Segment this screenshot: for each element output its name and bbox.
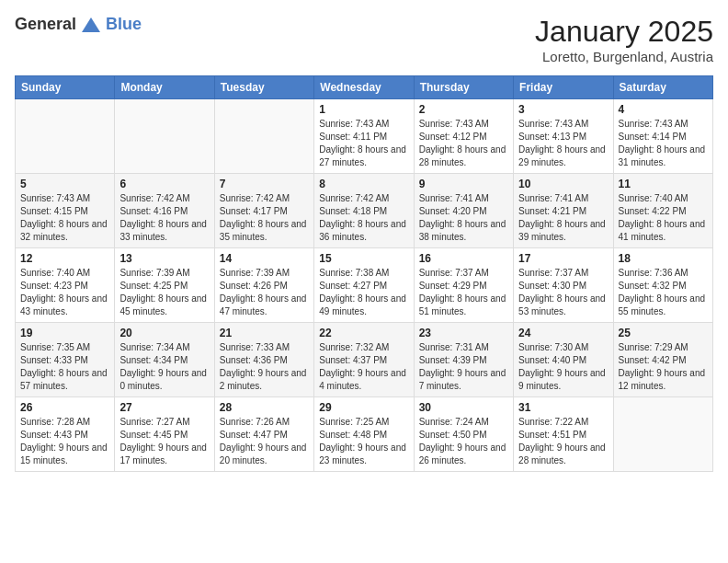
calendar-cell: 4Sunrise: 7:43 AM Sunset: 4:14 PM Daylig… bbox=[613, 99, 712, 174]
day-header-tuesday: Tuesday bbox=[214, 76, 313, 99]
logo-general: General bbox=[15, 15, 76, 34]
calendar-cell: 20Sunrise: 7:34 AM Sunset: 4:34 PM Dayli… bbox=[115, 323, 214, 397]
day-number: 9 bbox=[419, 178, 508, 190]
calendar-cell: 31Sunrise: 7:22 AM Sunset: 4:51 PM Dayli… bbox=[514, 397, 613, 472]
day-number: 13 bbox=[119, 252, 209, 265]
day-number: 3 bbox=[518, 103, 608, 116]
day-number: 7 bbox=[220, 178, 309, 190]
day-header-saturday: Saturday bbox=[613, 76, 712, 99]
day-info: Sunrise: 7:28 AM Sunset: 4:43 PM Dayligh… bbox=[20, 416, 109, 467]
calendar-cell: 13Sunrise: 7:39 AM Sunset: 4:25 PM Dayli… bbox=[115, 248, 214, 323]
day-number: 22 bbox=[319, 327, 408, 339]
day-info: Sunrise: 7:41 AM Sunset: 4:21 PM Dayligh… bbox=[518, 192, 608, 244]
day-info: Sunrise: 7:42 AM Sunset: 4:17 PM Dayligh… bbox=[220, 192, 309, 244]
day-info: Sunrise: 7:43 AM Sunset: 4:11 PM Dayligh… bbox=[319, 118, 408, 169]
day-info: Sunrise: 7:43 AM Sunset: 4:13 PM Dayligh… bbox=[518, 118, 608, 169]
day-info: Sunrise: 7:43 AM Sunset: 4:15 PM Dayligh… bbox=[20, 192, 109, 244]
calendar-cell: 9Sunrise: 7:41 AM Sunset: 4:20 PM Daylig… bbox=[414, 174, 513, 248]
calendar-cell bbox=[613, 397, 712, 472]
svg-marker-0 bbox=[82, 17, 100, 32]
day-number: 20 bbox=[119, 327, 209, 339]
day-info: Sunrise: 7:32 AM Sunset: 4:37 PM Dayligh… bbox=[319, 341, 408, 393]
day-info: Sunrise: 7:24 AM Sunset: 4:50 PM Dayligh… bbox=[419, 416, 508, 467]
day-info: Sunrise: 7:25 AM Sunset: 4:48 PM Dayligh… bbox=[319, 416, 408, 467]
calendar-cell: 5Sunrise: 7:43 AM Sunset: 4:15 PM Daylig… bbox=[16, 174, 115, 248]
calendar-cell: 17Sunrise: 7:37 AM Sunset: 4:30 PM Dayli… bbox=[514, 248, 613, 323]
calendar-cell: 3Sunrise: 7:43 AM Sunset: 4:13 PM Daylig… bbox=[514, 99, 613, 174]
day-number: 5 bbox=[20, 178, 109, 190]
calendar-cell: 24Sunrise: 7:30 AM Sunset: 4:40 PM Dayli… bbox=[514, 323, 613, 397]
title-block: January 2025 Loretto, Burgenland, Austri… bbox=[535, 15, 713, 64]
calendar-cell: 15Sunrise: 7:38 AM Sunset: 4:27 PM Dayli… bbox=[314, 248, 414, 323]
calendar-cell: 10Sunrise: 7:41 AM Sunset: 4:21 PM Dayli… bbox=[514, 174, 613, 248]
day-info: Sunrise: 7:40 AM Sunset: 4:22 PM Dayligh… bbox=[619, 192, 708, 244]
day-info: Sunrise: 7:40 AM Sunset: 4:23 PM Dayligh… bbox=[20, 267, 109, 318]
day-number: 1 bbox=[319, 103, 408, 116]
day-number: 11 bbox=[619, 178, 708, 190]
calendar-cell: 12Sunrise: 7:40 AM Sunset: 4:23 PM Dayli… bbox=[16, 248, 115, 323]
day-info: Sunrise: 7:35 AM Sunset: 4:33 PM Dayligh… bbox=[20, 341, 109, 393]
day-info: Sunrise: 7:43 AM Sunset: 4:12 PM Dayligh… bbox=[419, 118, 508, 169]
day-info: Sunrise: 7:42 AM Sunset: 4:16 PM Dayligh… bbox=[119, 192, 209, 244]
calendar-cell: 7Sunrise: 7:42 AM Sunset: 4:17 PM Daylig… bbox=[214, 174, 313, 248]
calendar-cell: 23Sunrise: 7:31 AM Sunset: 4:39 PM Dayli… bbox=[414, 323, 513, 397]
day-header-sunday: Sunday bbox=[16, 76, 115, 99]
calendar-cell: 30Sunrise: 7:24 AM Sunset: 4:50 PM Dayli… bbox=[414, 397, 513, 472]
day-info: Sunrise: 7:37 AM Sunset: 4:30 PM Dayligh… bbox=[518, 267, 608, 318]
day-number: 31 bbox=[518, 401, 608, 414]
calendar-cell: 26Sunrise: 7:28 AM Sunset: 4:43 PM Dayli… bbox=[16, 397, 115, 472]
calendar-cell bbox=[115, 99, 214, 174]
day-number: 21 bbox=[220, 327, 309, 339]
day-info: Sunrise: 7:26 AM Sunset: 4:47 PM Dayligh… bbox=[220, 416, 309, 467]
calendar-cell: 11Sunrise: 7:40 AM Sunset: 4:22 PM Dayli… bbox=[613, 174, 712, 248]
calendar-cell: 19Sunrise: 7:35 AM Sunset: 4:33 PM Dayli… bbox=[16, 323, 115, 397]
calendar-week-5: 26Sunrise: 7:28 AM Sunset: 4:43 PM Dayli… bbox=[16, 397, 713, 472]
day-number: 8 bbox=[319, 178, 408, 190]
calendar-cell: 28Sunrise: 7:26 AM Sunset: 4:47 PM Dayli… bbox=[214, 397, 313, 472]
day-header-friday: Friday bbox=[514, 76, 613, 99]
day-number: 27 bbox=[119, 401, 209, 414]
day-info: Sunrise: 7:30 AM Sunset: 4:40 PM Dayligh… bbox=[518, 341, 608, 393]
day-number: 23 bbox=[419, 327, 508, 339]
day-info: Sunrise: 7:33 AM Sunset: 4:36 PM Dayligh… bbox=[220, 341, 309, 393]
calendar-cell: 21Sunrise: 7:33 AM Sunset: 4:36 PM Dayli… bbox=[214, 323, 313, 397]
month-title: January 2025 bbox=[535, 15, 713, 49]
day-info: Sunrise: 7:43 AM Sunset: 4:14 PM Dayligh… bbox=[619, 118, 708, 169]
calendar-cell: 25Sunrise: 7:29 AM Sunset: 4:42 PM Dayli… bbox=[613, 323, 712, 397]
day-number: 4 bbox=[619, 103, 708, 116]
day-number: 12 bbox=[20, 252, 109, 265]
calendar-cell: 18Sunrise: 7:36 AM Sunset: 4:32 PM Dayli… bbox=[613, 248, 712, 323]
location-title: Loretto, Burgenland, Austria bbox=[535, 49, 713, 64]
calendar-cell: 22Sunrise: 7:32 AM Sunset: 4:37 PM Dayli… bbox=[314, 323, 414, 397]
calendar-week-3: 12Sunrise: 7:40 AM Sunset: 4:23 PM Dayli… bbox=[16, 248, 713, 323]
day-number: 28 bbox=[220, 401, 309, 414]
day-header-wednesday: Wednesday bbox=[314, 76, 414, 99]
page-header: General Blue January 2025 Loretto, Burge… bbox=[15, 15, 713, 64]
logo: General Blue bbox=[15, 15, 142, 34]
day-number: 29 bbox=[319, 401, 408, 414]
calendar-cell: 16Sunrise: 7:37 AM Sunset: 4:29 PM Dayli… bbox=[414, 248, 513, 323]
calendar-cell: 27Sunrise: 7:27 AM Sunset: 4:45 PM Dayli… bbox=[115, 397, 214, 472]
day-number: 10 bbox=[518, 178, 608, 190]
day-number: 30 bbox=[419, 401, 508, 414]
day-number: 25 bbox=[619, 327, 708, 339]
day-info: Sunrise: 7:34 AM Sunset: 4:34 PM Dayligh… bbox=[119, 341, 209, 393]
day-info: Sunrise: 7:37 AM Sunset: 4:29 PM Dayligh… bbox=[419, 267, 508, 318]
calendar-table: SundayMondayTuesdayWednesdayThursdayFrid… bbox=[15, 75, 713, 472]
calendar-cell bbox=[16, 99, 115, 174]
calendar-cell: 6Sunrise: 7:42 AM Sunset: 4:16 PM Daylig… bbox=[115, 174, 214, 248]
day-info: Sunrise: 7:41 AM Sunset: 4:20 PM Dayligh… bbox=[419, 192, 508, 244]
calendar-cell: 29Sunrise: 7:25 AM Sunset: 4:48 PM Dayli… bbox=[314, 397, 414, 472]
day-info: Sunrise: 7:29 AM Sunset: 4:42 PM Dayligh… bbox=[619, 341, 708, 393]
day-info: Sunrise: 7:42 AM Sunset: 4:18 PM Dayligh… bbox=[319, 192, 408, 244]
day-info: Sunrise: 7:39 AM Sunset: 4:25 PM Dayligh… bbox=[119, 267, 209, 318]
day-info: Sunrise: 7:31 AM Sunset: 4:39 PM Dayligh… bbox=[419, 341, 508, 393]
calendar-cell bbox=[214, 99, 313, 174]
day-header-monday: Monday bbox=[115, 76, 214, 99]
calendar-cell: 8Sunrise: 7:42 AM Sunset: 4:18 PM Daylig… bbox=[314, 174, 414, 248]
calendar-cell: 1Sunrise: 7:43 AM Sunset: 4:11 PM Daylig… bbox=[314, 99, 414, 174]
day-number: 14 bbox=[220, 252, 309, 265]
day-number: 26 bbox=[20, 401, 109, 414]
day-number: 18 bbox=[619, 252, 708, 265]
day-info: Sunrise: 7:27 AM Sunset: 4:45 PM Dayligh… bbox=[119, 416, 209, 467]
